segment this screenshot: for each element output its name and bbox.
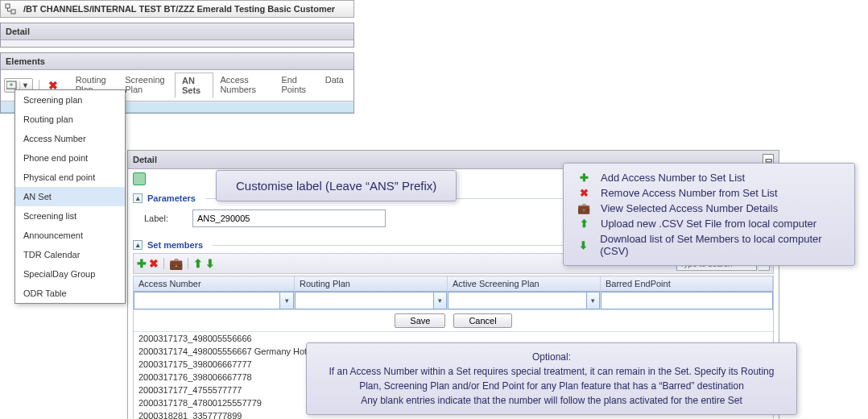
- tab-screening-plan[interactable]: Screening Plan: [118, 73, 175, 98]
- collapse-toggle-icon: ▴: [133, 193, 143, 203]
- parameters-title: Parameters: [147, 193, 196, 203]
- set-members-title: Set members: [147, 240, 203, 250]
- col-routing-plan[interactable]: Routing Plan: [295, 276, 448, 291]
- chevron-down-icon: ▼: [19, 81, 31, 89]
- entity-icon: [133, 172, 146, 185]
- menu-item[interactable]: Screening list: [15, 206, 125, 226]
- editor-routing-plan[interactable]: [295, 292, 434, 309]
- chevron-down-icon[interactable]: ▾: [587, 292, 600, 309]
- label-input[interactable]: [192, 210, 386, 227]
- hierarchy-icon: [4, 2, 17, 15]
- tab-access-numbers[interactable]: Access Numbers: [213, 73, 275, 98]
- new-element-menu: Screening planRouting planAccess NumberP…: [14, 89, 126, 304]
- download-csv-button[interactable]: ⬇: [205, 257, 215, 270]
- chevron-down-icon[interactable]: ▾: [434, 292, 447, 309]
- svg-rect-1: [11, 10, 15, 14]
- callout-optional-info: Optional: If an Access Number within a S…: [306, 342, 797, 415]
- menu-item[interactable]: Phone end point: [15, 148, 125, 168]
- detail-panel-title: Detail: [1, 23, 353, 40]
- editor-screening-plan[interactable]: [448, 292, 587, 309]
- editor-access-number[interactable]: [134, 292, 280, 309]
- col-active-screening-plan[interactable]: Active Screening Plan: [448, 276, 601, 291]
- cancel-button[interactable]: Cancel: [453, 313, 511, 328]
- callout-customise-label: Customise label (Leave “ANS” Prefix): [216, 170, 457, 201]
- save-button[interactable]: Save: [395, 313, 445, 328]
- editor-barred-endpoint[interactable]: [601, 292, 773, 309]
- col-barred-endpoint[interactable]: Barred EndPoint: [601, 276, 773, 291]
- chevron-down-icon[interactable]: ▾: [280, 292, 294, 309]
- menu-item[interactable]: Announcement: [15, 226, 125, 245]
- menu-item[interactable]: TDR Calendar: [15, 245, 125, 264]
- label-caption: Label:: [144, 214, 184, 223]
- svg-rect-0: [6, 4, 10, 8]
- menu-item[interactable]: Screening plan: [15, 90, 125, 110]
- upload-csv-button[interactable]: ⬆: [193, 257, 203, 270]
- tab-end-points[interactable]: End Points: [275, 73, 318, 98]
- col-access-number[interactable]: Access Number: [134, 276, 295, 291]
- menu-item[interactable]: Physical end point: [15, 168, 125, 187]
- remove-member-button[interactable]: ✖: [149, 257, 159, 270]
- lower-detail-title: Detail: [133, 155, 157, 164]
- breadcrumb-bar: /BT CHANNELS/INTERNAL TEST BT/ZZZ Emeral…: [0, 0, 354, 18]
- collapse-toggle-icon: ▴: [133, 240, 143, 250]
- detail-panel: Detail: [0, 23, 354, 48]
- add-member-button[interactable]: ✚: [137, 257, 147, 270]
- menu-item[interactable]: AN Set: [15, 187, 125, 206]
- menu-item[interactable]: ODR Table: [15, 284, 125, 303]
- view-details-button[interactable]: 💼: [169, 257, 183, 270]
- breadcrumb-path: /BT CHANNELS/INTERNAL TEST BT/ZZZ Emeral…: [20, 4, 335, 14]
- elements-panel-title: Elements: [1, 53, 353, 70]
- tab-data[interactable]: Data: [319, 73, 350, 98]
- menu-item[interactable]: SpecialDay Group: [15, 264, 125, 284]
- tab-an-sets[interactable]: AN Sets: [175, 73, 213, 98]
- menu-item[interactable]: Routing plan: [15, 110, 125, 129]
- menu-item[interactable]: Access Number: [15, 129, 125, 148]
- callout-toolbar-help: ✚Add Access Number to Set List ✖Remove A…: [563, 163, 855, 266]
